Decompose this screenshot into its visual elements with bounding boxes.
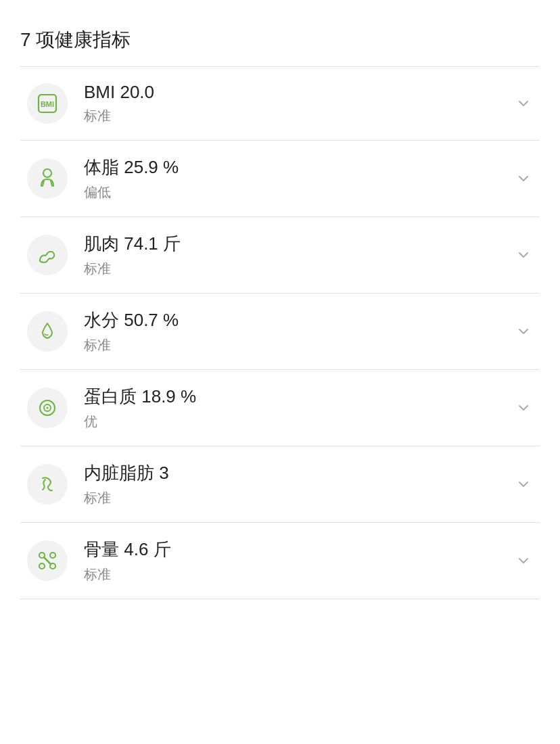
health-list: BMI BMI 20.0 标准 <box>20 67 540 599</box>
svg-point-11 <box>39 563 45 569</box>
health-item-water[interactable]: 水分 50.7 % 标准 <box>20 294 540 370</box>
body-fat-title: 体脂 25.9 % <box>84 156 514 179</box>
muscle-icon <box>36 243 59 266</box>
visceral-fat-content: 内脏脂肪 3 标准 <box>84 461 514 507</box>
visceral-fat-title: 内脏脂肪 3 <box>84 461 514 485</box>
muscle-chevron[interactable] <box>514 246 533 264</box>
svg-point-7 <box>47 407 49 409</box>
bmi-title: BMI 20.0 <box>84 82 514 103</box>
visceral-fat-chevron[interactable] <box>514 475 533 494</box>
health-item-bone[interactable]: 骨量 4.6 斤 标准 <box>20 523 540 599</box>
bone-content: 骨量 4.6 斤 标准 <box>84 538 514 584</box>
body-fat-icon <box>36 167 59 190</box>
water-title: 水分 50.7 % <box>84 308 514 332</box>
muscle-title: 肌肉 74.1 斤 <box>84 232 514 256</box>
body-fat-icon-wrapper <box>27 158 68 199</box>
protein-chevron[interactable] <box>514 398 533 417</box>
visceral-fat-icon-wrapper <box>27 464 68 505</box>
health-item-protein[interactable]: 蛋白质 18.9 % 优 <box>20 370 540 446</box>
water-icon-wrapper <box>27 311 68 352</box>
body-fat-chevron[interactable] <box>514 169 533 188</box>
muscle-icon-wrapper <box>27 235 68 275</box>
protein-icon-wrapper <box>27 388 68 428</box>
protein-title: 蛋白质 18.9 % <box>84 385 514 409</box>
body-fat-status: 偏低 <box>84 183 514 202</box>
visceral-fat-icon <box>36 473 59 496</box>
page-title: 7 项健康指标 <box>20 27 540 53</box>
muscle-status: 标准 <box>84 260 514 278</box>
health-item-muscle[interactable]: 肌肉 74.1 斤 标准 <box>20 217 540 294</box>
bone-title: 骨量 4.6 斤 <box>84 538 514 561</box>
svg-line-12 <box>44 557 51 564</box>
bone-icon <box>36 549 59 572</box>
muscle-content: 肌肉 74.1 斤 标准 <box>84 232 514 278</box>
protein-status: 优 <box>84 413 514 431</box>
body-fat-content: 体脂 25.9 % 偏低 <box>84 156 514 202</box>
page-container: 7 项健康指标 BMI BMI 20.0 标准 <box>0 0 560 626</box>
svg-point-10 <box>50 553 55 558</box>
health-item-body-fat[interactable]: 体脂 25.9 % 偏低 <box>20 141 540 217</box>
health-item-bmi[interactable]: BMI BMI 20.0 标准 <box>20 67 540 141</box>
bmi-status: 标准 <box>84 107 514 125</box>
bmi-icon: BMI <box>36 92 59 115</box>
protein-content: 蛋白质 18.9 % 优 <box>84 385 514 431</box>
visceral-fat-status: 标准 <box>84 489 514 507</box>
bone-status: 标准 <box>84 565 514 584</box>
water-chevron[interactable] <box>514 322 533 341</box>
protein-icon <box>36 396 59 419</box>
svg-text:BMI: BMI <box>41 100 54 108</box>
bmi-chevron[interactable] <box>514 94 533 113</box>
bmi-icon-wrapper: BMI <box>27 83 68 124</box>
water-status: 标准 <box>84 336 514 354</box>
health-item-visceral-fat[interactable]: 内脏脂肪 3 标准 <box>20 446 540 523</box>
water-icon <box>36 320 59 343</box>
svg-point-2 <box>43 169 51 177</box>
water-content: 水分 50.7 % 标准 <box>84 308 514 354</box>
bone-icon-wrapper <box>27 540 68 581</box>
bmi-content: BMI 20.0 标准 <box>84 82 514 125</box>
bone-chevron[interactable] <box>514 551 533 570</box>
